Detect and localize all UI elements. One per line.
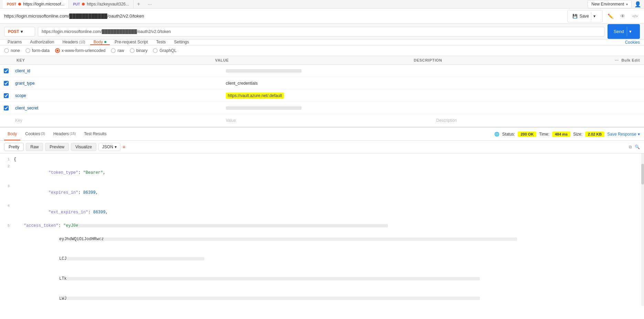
scrollbar-track[interactable] — [641, 153, 644, 306]
response-section: Body Cookies (3) Headers (15) Test Resul… — [0, 127, 644, 306]
env-name: New Environment — [591, 2, 624, 7]
code-line-cont-2: LCJ — [0, 249, 644, 269]
tab-tests[interactable]: Tests — [153, 40, 169, 45]
save-dropdown-arrow[interactable]: ▾ — [591, 12, 598, 20]
line-content-1: { — [14, 156, 644, 163]
tab-body[interactable]: Body — [90, 40, 110, 45]
environment-selector[interactable]: New Environment ▾ — [588, 0, 632, 8]
row2-checkbox[interactable] — [4, 81, 9, 86]
save-button[interactable]: 💾 Save ▾ — [567, 10, 603, 22]
code-line-1: 1 { — [0, 156, 644, 163]
table-row: client_id — [0, 65, 644, 77]
response-meta: 🌐 Status: 200 OK Time: 484 ms Size: 2.02… — [494, 131, 640, 137]
line-num-2: 2 — [0, 163, 14, 183]
send-label: Send — [614, 29, 624, 34]
row2-value-cell: client_credentials — [223, 79, 434, 88]
format-preview-button[interactable]: Preview — [45, 143, 69, 151]
placeholder-key[interactable]: Key — [12, 116, 223, 125]
radio-circle-graphql — [153, 48, 158, 53]
tab-put-keyvault[interactable]: PUT https://azkeyvault326... — [69, 0, 134, 8]
response-toolbar: Pretty Raw Preview Visualize JSON ▾ ≡ ⧉ … — [0, 141, 644, 153]
send-button[interactable]: Send ▾ — [608, 24, 640, 39]
json-format-selector[interactable]: JSON ▾ — [98, 143, 120, 151]
send-dropdown-arrow[interactable]: ▾ — [627, 26, 634, 36]
request-bar: POST ▾ Send ▾ — [0, 24, 644, 40]
radio-form-data[interactable]: form-data — [25, 48, 50, 53]
radio-urlencoded[interactable]: x-www-form-urlencoded — [55, 48, 105, 53]
row2-description[interactable] — [433, 81, 644, 85]
more-options-icon[interactable]: ··· — [615, 58, 619, 62]
person-icon[interactable]: 👤 — [634, 1, 641, 8]
tab-pre-request[interactable]: Pre-request Script — [111, 40, 151, 45]
row4-key[interactable]: client_secret — [12, 104, 223, 113]
row3-checkbox[interactable] — [4, 93, 9, 98]
cookies-link[interactable]: Cookies — [625, 40, 640, 45]
response-tab-test-results[interactable]: Test Results — [81, 128, 110, 140]
line-content-4: "ext_expires_in": 86399, — [14, 203, 644, 223]
radio-circle-form-data — [25, 48, 30, 53]
response-tab-body[interactable]: Body — [4, 128, 20, 140]
code-line-cont-3: LTk — [0, 269, 644, 289]
row3-key[interactable]: scope — [12, 91, 223, 100]
form-table-header: KEY VALUE DESCRIPTION ··· Bulk Edit — [0, 56, 644, 65]
filter-icon[interactable]: ≡ — [123, 144, 125, 150]
code-icon[interactable]: </> — [630, 11, 640, 21]
row3-value-cell: https://vault.azure.net/.default — [223, 91, 434, 100]
time-badge: 484 ms — [552, 131, 570, 137]
tab-method-post: POST — [7, 2, 16, 6]
edit-icon[interactable]: ✏️ — [605, 11, 615, 21]
radio-none[interactable]: none — [4, 48, 20, 53]
line-num-cont-1 — [0, 230, 14, 249]
url-input[interactable] — [38, 27, 605, 36]
save-label: Save — [580, 14, 589, 19]
copy-icon[interactable]: ⧉ — [629, 145, 632, 149]
radio-binary[interactable]: binary — [130, 48, 148, 53]
row3-description[interactable] — [433, 94, 644, 98]
line-content-cont-2: LCJ — [14, 249, 644, 269]
form-placeholder-row: Key Value Description — [0, 114, 644, 127]
tab-post-login[interactable]: POST https://login.microsof... — [3, 0, 69, 8]
line-content-cont-4: LWJ — [14, 289, 644, 306]
format-visualize-button[interactable]: Visualize — [71, 143, 96, 151]
line-content-5: "access_token": "eyJ0e — [14, 223, 644, 230]
response-tab-headers[interactable]: Headers (15) — [50, 128, 79, 140]
format-pretty-button[interactable]: Pretty — [4, 143, 24, 151]
code-line-cont-1: eyJhdWQiOiJodHRwcz — [0, 230, 644, 249]
line-num-3: 3 — [0, 183, 14, 203]
tab-authorization[interactable]: Authorization — [27, 40, 57, 45]
row2-key[interactable]: grant_type — [12, 79, 223, 88]
row1-description[interactable] — [433, 69, 644, 73]
radio-raw[interactable]: raw — [111, 48, 124, 53]
search-icon[interactable]: 🔍 — [635, 145, 640, 149]
tab-settings[interactable]: Settings — [171, 40, 192, 45]
method-selector[interactable]: POST ▾ — [4, 27, 35, 36]
more-tabs-button[interactable]: ··· — [145, 1, 155, 7]
row1-checkbox[interactable] — [4, 68, 9, 73]
radio-graphql[interactable]: GraphQL — [153, 48, 176, 53]
row3-value[interactable]: https://vault.azure.net/.default — [226, 93, 284, 99]
bulk-edit-label[interactable]: Bulk Edit — [621, 58, 640, 62]
line-num-4: 4 — [0, 203, 14, 223]
row1-key[interactable]: client_id — [12, 66, 223, 75]
response-tab-cookies[interactable]: Cookies (3) — [22, 128, 49, 140]
row1-value-cell — [223, 66, 434, 75]
eye-icon[interactable]: 👁 — [618, 11, 627, 21]
format-raw-button[interactable]: Raw — [26, 143, 43, 151]
body-type-bar: none form-data x-www-form-urlencoded raw… — [0, 45, 644, 56]
tab-bar-right: New Environment ▾ 👤 — [588, 0, 641, 8]
placeholder-value[interactable]: Value — [223, 116, 434, 125]
add-tab-button[interactable]: + — [134, 1, 144, 7]
form-table-body: client_id grant_type client_credentials … — [0, 65, 644, 127]
tab-url-post: https://login.microsof... — [23, 2, 64, 7]
row4-checkbox[interactable] — [4, 106, 9, 110]
line-content-2: "token_type": "Bearer", — [14, 163, 644, 183]
save-response-button[interactable]: Save Response ▾ — [607, 132, 640, 137]
status-badge: 200 OK — [518, 131, 536, 137]
scrollbar-thumb[interactable] — [641, 164, 644, 184]
tab-params[interactable]: Params — [4, 40, 25, 45]
response-body: 1 { 2 "token_type": "Bearer", 3 "expires… — [0, 153, 644, 306]
tab-headers[interactable]: Headers (10) — [59, 40, 88, 45]
row4-description[interactable] — [433, 106, 644, 110]
row2-value[interactable]: client_credentials — [226, 81, 258, 86]
size-badge: 2.02 KB — [585, 131, 604, 137]
